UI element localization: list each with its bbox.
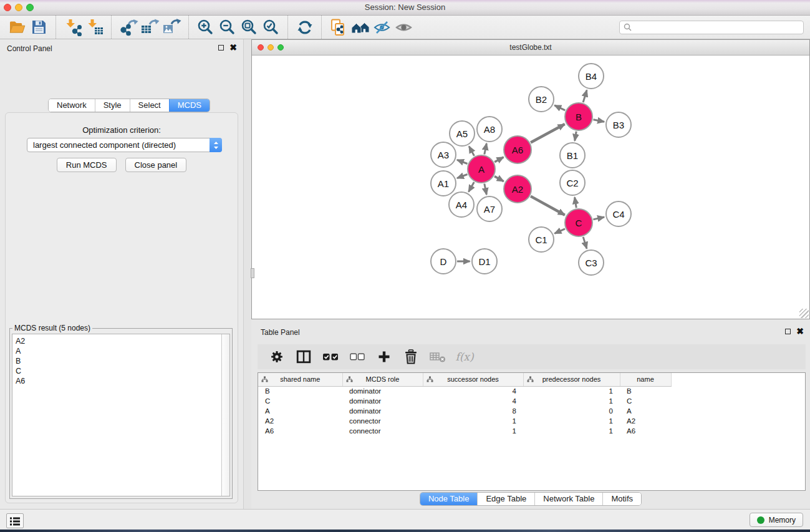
graph-edge-A-A8[interactable] — [485, 143, 487, 155]
graph-node-A8[interactable]: A8 — [476, 116, 503, 142]
mcds-result-item[interactable]: A2 — [16, 336, 229, 346]
column-header-name[interactable]: name — [620, 373, 671, 386]
table-row[interactable]: Adominator80A — [258, 406, 671, 416]
table-cell[interactable]: 4 — [423, 386, 523, 396]
add-column-button[interactable] — [374, 347, 395, 367]
float-table-panel-button[interactable] — [785, 329, 791, 334]
table-options-button[interactable] — [266, 347, 287, 367]
table-row[interactable]: A6connector11A6 — [258, 426, 671, 436]
table-cell[interactable]: connector — [342, 426, 423, 436]
duplicate-network-button[interactable] — [327, 17, 349, 37]
delete-table-button[interactable] — [427, 347, 448, 367]
table-cell[interactable]: C — [258, 396, 342, 406]
table-cell[interactable]: A6 — [620, 426, 671, 436]
tab-style[interactable]: Style — [95, 99, 130, 112]
select-all-columns-button[interactable] — [320, 347, 341, 367]
table-cell[interactable]: A6 — [258, 426, 342, 436]
show-columns-button[interactable] — [293, 347, 314, 367]
minimize-network-button[interactable] — [268, 44, 274, 51]
graph-node-A6[interactable]: A6 — [503, 135, 532, 164]
column-header-successor-nodes[interactable]: successor nodes — [423, 373, 523, 386]
graph-edge-A6-B[interactable] — [531, 124, 565, 143]
function-builder-button[interactable]: f(x) — [454, 347, 475, 367]
close-network-button[interactable] — [258, 44, 264, 51]
graph-edge-A-A5[interactable] — [469, 147, 474, 156]
graph-node-B1[interactable]: B1 — [559, 142, 586, 168]
graph-edge-B-B2[interactable] — [554, 105, 565, 110]
graph-edge-A-A6[interactable] — [494, 157, 503, 162]
table-cell[interactable]: dominator — [342, 386, 423, 396]
search-input[interactable] — [634, 23, 799, 32]
table-cell[interactable]: 1 — [523, 396, 620, 406]
graph-edge-C-C1[interactable] — [554, 229, 565, 234]
table-cell[interactable]: 0 — [523, 406, 620, 416]
zoom-fit-button[interactable] — [238, 17, 260, 37]
home-button[interactable] — [349, 17, 371, 37]
save-session-button[interactable] — [28, 17, 50, 37]
table-cell[interactable]: 1 — [423, 416, 523, 426]
close-panel-icon-button[interactable]: ✖ — [229, 45, 237, 51]
column-header-MCDS-role[interactable]: MCDS role — [342, 373, 423, 386]
graph-edge-A-A1[interactable] — [457, 175, 468, 178]
graph-edge-A2-C[interactable] — [531, 196, 565, 215]
graph-edge-A-A7[interactable] — [485, 184, 487, 195]
close-panel-button[interactable]: Close panel — [125, 158, 187, 172]
table-cell[interactable]: B — [620, 386, 671, 396]
graph-node-A7[interactable]: A7 — [476, 196, 503, 222]
graph-node-B3[interactable]: B3 — [605, 112, 632, 138]
graph-node-D[interactable]: D — [430, 248, 456, 274]
tab-edge-table[interactable]: Edge Table — [477, 493, 534, 505]
graph-node-B[interactable]: B — [564, 102, 593, 131]
table-cell[interactable]: 1 — [423, 426, 523, 436]
graph-edge-A-A2[interactable] — [494, 177, 504, 181]
table-cell[interactable]: C — [620, 396, 671, 406]
table-cell[interactable]: A2 — [620, 416, 671, 426]
graph-node-C[interactable]: C — [564, 208, 593, 237]
tab-network[interactable]: Network — [49, 99, 95, 112]
graph-node-B4[interactable]: B4 — [578, 63, 604, 89]
table-cell[interactable]: 1 — [523, 386, 620, 396]
graph-edge-C-C4[interactable] — [593, 217, 604, 220]
graph-node-C2[interactable]: C2 — [559, 170, 586, 196]
graph-node-C3[interactable]: C3 — [578, 249, 604, 276]
mcds-result-item[interactable]: C — [16, 366, 229, 376]
minimize-window-button[interactable] — [15, 4, 22, 11]
zoom-selected-button[interactable] — [260, 17, 282, 37]
column-header-predecessor-nodes[interactable]: predecessor nodes — [523, 373, 620, 386]
graph-node-A4[interactable]: A4 — [448, 191, 475, 218]
table-cell[interactable]: connector — [342, 416, 423, 426]
table-row[interactable]: Bdominator41B — [258, 386, 671, 396]
table-cell[interactable]: 1 — [523, 426, 620, 436]
graph-edge-B-B1[interactable] — [575, 132, 577, 141]
graph-node-A[interactable]: A — [467, 155, 496, 183]
mcds-result-item[interactable]: A — [16, 346, 229, 356]
import-table-button[interactable] — [84, 17, 105, 37]
result-scrollbar[interactable] — [221, 334, 229, 496]
mcds-result-item[interactable]: A6 — [16, 376, 229, 386]
task-history-button[interactable] — [6, 513, 24, 528]
network-window-titlebar[interactable]: testGlobe.txt — [252, 40, 809, 56]
network-canvas[interactable]: B4B2BB3A8A5A6A3B1AC2A1A2A4A7C4CC1C3DD1 — [252, 56, 809, 319]
open-file-button[interactable] — [6, 17, 28, 37]
graph-node-C1[interactable]: C1 — [528, 226, 554, 253]
table-cell[interactable]: B — [258, 386, 342, 396]
float-panel-button[interactable] — [218, 45, 224, 51]
show-toggle-button[interactable] — [393, 17, 415, 37]
deselect-all-columns-button[interactable] — [347, 347, 368, 367]
graph-edge-C-C2[interactable] — [575, 197, 577, 208]
table-cell[interactable]: A — [620, 406, 671, 416]
export-network-button[interactable] — [117, 17, 139, 37]
tab-node-table[interactable]: Node Table — [420, 493, 478, 505]
graph-node-C4[interactable]: C4 — [605, 201, 632, 227]
hide-toggle-button[interactable] — [371, 17, 393, 37]
window-resize-grip[interactable] — [799, 309, 809, 318]
graph-node-D1[interactable]: D1 — [471, 248, 498, 274]
tab-network-table[interactable]: Network Table — [534, 493, 602, 505]
table-cell[interactable]: dominator — [342, 406, 423, 416]
zoom-in-button[interactable] — [195, 17, 216, 37]
export-image-button[interactable] — [161, 17, 183, 37]
graph-node-A5[interactable]: A5 — [449, 120, 475, 147]
delete-column-button[interactable] — [400, 347, 422, 367]
export-table-button[interactable] — [139, 17, 161, 37]
graph-node-B2[interactable]: B2 — [528, 86, 554, 112]
